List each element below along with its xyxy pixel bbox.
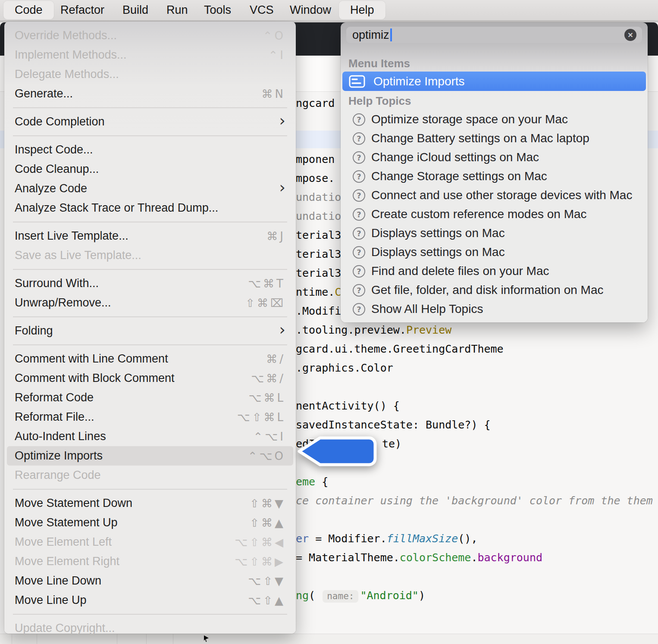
clear-search-icon[interactable]: ✕ [624, 29, 636, 41]
help-topic-get-file-folder-and-disk-information-on-mac[interactable]: ? Get file, folder, and disk information… [341, 281, 648, 300]
menu-item-move-element-left: Move Element Left⌥⇧⌘◀ [7, 532, 293, 552]
help-search-input[interactable]: optimiz ✕ [346, 27, 642, 43]
menu-item-generate[interactable]: Generate...⌘N [7, 84, 293, 103]
help-topic-label: Connect and use other storage devices wi… [371, 188, 632, 202]
code-line: .tooling.preview.Preview [296, 323, 451, 338]
help-topic-create-custom-reference-modes-on-mac[interactable]: ? Create custom reference modes on Mac [341, 205, 648, 224]
help-topic-displays-settings-on-mac[interactable]: ? Displays settings on Mac [341, 243, 648, 262]
help-topic-label: Find and delete files on your Mac [371, 264, 549, 278]
menubar-item-help[interactable]: Help [339, 1, 385, 19]
menu-separator [13, 107, 287, 108]
menubar-item-window[interactable]: Window [279, 1, 342, 19]
menu-item-label: Override Methods... [15, 29, 117, 42]
menu-item-shortcut: ⌃I [269, 49, 285, 62]
code-line: undatio [296, 190, 341, 205]
menu-item-insert-live-template[interactable]: Insert Live Template...⌘J [7, 226, 293, 246]
menu-item-move-line-down[interactable]: Move Line Down⌥⇧▼ [7, 571, 293, 591]
menubar-item-refactor[interactable]: Refactor [49, 1, 116, 19]
menu-item-optimize-imports[interactable]: Optimize Imports⌃⌥O [7, 446, 293, 466]
help-question-icon: ? [353, 151, 365, 164]
help-question-icon: ? [353, 170, 365, 183]
code-line: mpose. [296, 171, 335, 186]
menu-item-label: Reformat File... [15, 410, 94, 424]
help-topic-label: Displays settings on Mac [371, 226, 505, 240]
menu-card-icon [348, 75, 366, 88]
menu-item-analyze-code[interactable]: Analyze Code› [7, 179, 293, 198]
help-question-icon: ? [353, 132, 365, 145]
menu-item-move-line-up[interactable]: Move Line Up⌥⇧▲ [7, 591, 293, 610]
help-topic-change-storage-settings-on-mac[interactable]: ? Change Storage settings on Mac [341, 167, 648, 186]
menu-item-inspect-code[interactable]: Inspect Code... [7, 140, 293, 159]
code-line: ngcard [296, 96, 335, 111]
menu-item-shortcut: ⌥⌘/ [251, 372, 285, 385]
menu-item-save-as-live-template: Save as Live Template... [7, 246, 293, 265]
menu-item-comment-with-line-comment[interactable]: Comment with Line Comment⌘/ [7, 349, 293, 369]
help-topic-label: Change Battery settings on a Mac laptop [371, 131, 589, 145]
menu-item-reformat-file[interactable]: Reformat File...⌥⇧⌘L [7, 407, 293, 427]
menubar-item-code[interactable]: Code [3, 1, 54, 19]
menu-item-label: Comment with Block Comment [15, 372, 175, 385]
help-topic-label: Show All Help Topics [371, 302, 483, 316]
menu-separator [13, 344, 287, 345]
menu-item-label: Surround With... [15, 277, 99, 290]
code-line: eme { [296, 475, 328, 489]
menu-item-rearrange-code: Rearrange Code [7, 466, 293, 485]
menu-item-shortcut: ⌃⌥O [248, 450, 285, 463]
menu-item-auto-indent-lines[interactable]: Auto-Indent Lines⌃⌥I [7, 427, 293, 446]
menu-item-shortcut: ⌃O [263, 29, 285, 42]
menu-item-shortcut: ⌃⌥I [254, 430, 285, 443]
menu-item-label: Code Completion [15, 115, 105, 128]
menu-separator [13, 269, 287, 270]
menu-item-label: Move Statement Down [15, 497, 132, 510]
callout-arrow [296, 433, 382, 470]
menu-item-reformat-code[interactable]: Reformat Code⌥⌘L [7, 388, 293, 407]
help-topic-connect-and-use-other-storage-devices-with-mac[interactable]: ? Connect and use other storage devices … [341, 186, 648, 205]
help-topic-find-and-delete-files-on-your-mac[interactable]: ? Find and delete files on your Mac [341, 262, 648, 281]
menu-item-shortcut: ⌥⇧⌘▶ [235, 555, 285, 568]
menu-item-unwrap-remove[interactable]: Unwrap/Remove...⇧⌘⌧ [7, 293, 293, 313]
submenu-chevron-icon: › [279, 322, 285, 338]
menu-results-list: Optimize Imports [342, 72, 646, 91]
menu-item-code-cleanup[interactable]: Code Cleanup... [7, 159, 293, 179]
menubar-item-tools[interactable]: Tools [193, 1, 242, 19]
menu-item-label: Code Cleanup... [15, 163, 99, 176]
menu-item-label: Analyze Code [15, 182, 87, 195]
help-topic-show-all-help-topics[interactable]: ? Show All Help Topics [341, 300, 648, 319]
menu-item-label: Folding [15, 324, 53, 338]
help-question-icon: ? [353, 189, 365, 202]
menu-item-code-completion[interactable]: Code Completion› [7, 112, 293, 131]
menu-item-move-statement-up[interactable]: Move Statement Up⇧⌘▲ [7, 513, 293, 532]
menu-separator [13, 316, 287, 317]
menu-items-header: Menu Items [348, 57, 410, 70]
help-topic-change-icloud-settings-on-mac[interactable]: ? Change iCloud settings on Mac [341, 148, 648, 167]
menu-item-label: Comment with Line Comment [15, 352, 168, 366]
menu-item-analyze-stack-trace-or-thread-dump[interactable]: Analyze Stack Trace or Thread Dump... [7, 198, 293, 218]
text-cursor [390, 28, 392, 41]
help-topic-displays-settings-on-mac[interactable]: ? Displays settings on Mac [341, 224, 648, 243]
menu-separator [13, 614, 287, 615]
menubar-item-vcs[interactable]: VCS [238, 1, 285, 19]
menu-item-folding[interactable]: Folding› [7, 321, 293, 341]
menu-item-implement-methods: Implement Methods...⌃I [7, 45, 293, 65]
menu-item-label: Inspect Code... [15, 143, 93, 156]
menu-item-shortcut: ⌥⇧▼ [248, 575, 285, 588]
menu-item-update-copyright: Update Copyright... [7, 619, 293, 638]
code-line: terial3 [296, 247, 341, 262]
menu-result-optimize-imports[interactable]: Optimize Imports [342, 72, 646, 91]
help-question-icon: ? [353, 284, 365, 297]
menu-item-move-statement-down[interactable]: Move Statement Down⇧⌘▼ [7, 494, 293, 513]
menu-separator [13, 135, 287, 136]
help-question-icon: ? [353, 265, 365, 278]
menu-item-comment-with-block-comment[interactable]: Comment with Block Comment⌥⌘/ [7, 369, 293, 388]
menu-item-surround-with[interactable]: Surround With...⌥⌘T [7, 274, 293, 293]
menu-separator [13, 222, 287, 222]
help-topic-change-battery-settings-on-a-mac-laptop[interactable]: ? Change Battery settings on a Mac lapto… [341, 129, 648, 148]
help-topic-optimize-storage-space-on-your-mac[interactable]: ? Optimize storage space on your Mac [341, 110, 648, 129]
menu-result-label: Optimize Imports [373, 75, 465, 88]
menu-item-shortcut: ⌘N [262, 88, 285, 100]
menu-item-delegate-methods: Delegate Methods... [7, 65, 293, 84]
code-line: gcard.ui.theme.GreetingCardTheme [296, 342, 504, 356]
menu-item-label: Move Statement Up [15, 516, 118, 529]
menubar-item-build[interactable]: Build [111, 1, 160, 19]
menu-separator [13, 489, 287, 490]
